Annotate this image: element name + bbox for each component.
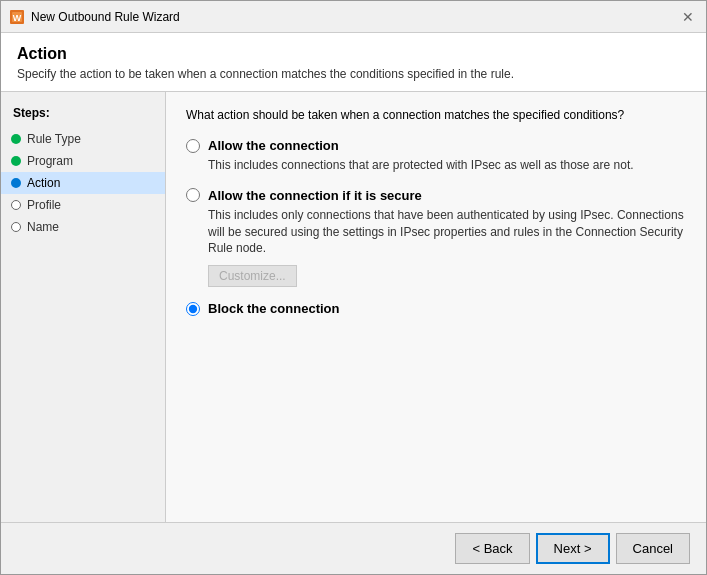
- cancel-button[interactable]: Cancel: [616, 533, 690, 564]
- option-allow-desc: This includes connections that are prote…: [208, 157, 686, 174]
- window: W New Outbound Rule Wizard ✕ Action Spec…: [0, 0, 707, 575]
- page-header: Action Specify the action to be taken wh…: [1, 33, 706, 92]
- sidebar-label-program: Program: [27, 154, 73, 168]
- content-area: Steps: Rule Type Program Action Profile …: [1, 92, 706, 522]
- status-dot-rule-type: [11, 134, 21, 144]
- radio-allow[interactable]: [186, 139, 200, 153]
- page-description: Specify the action to be taken when a co…: [17, 67, 690, 81]
- option-allow-secure-label[interactable]: Allow the connection if it is secure: [186, 188, 686, 203]
- option-allow-text: Allow the connection: [208, 138, 339, 153]
- sidebar-item-profile[interactable]: Profile: [1, 194, 165, 216]
- sidebar-label-action: Action: [27, 176, 60, 190]
- main-content: What action should be taken when a conne…: [166, 92, 706, 522]
- sidebar: Steps: Rule Type Program Action Profile …: [1, 92, 166, 522]
- back-button[interactable]: < Back: [455, 533, 529, 564]
- sidebar-label-name: Name: [27, 220, 59, 234]
- sidebar-title: Steps:: [1, 102, 165, 128]
- customize-button[interactable]: Customize...: [208, 265, 297, 287]
- option-allow: Allow the connection This includes conne…: [186, 138, 686, 174]
- next-button[interactable]: Next >: [536, 533, 610, 564]
- sidebar-item-name[interactable]: Name: [1, 216, 165, 238]
- sidebar-item-program[interactable]: Program: [1, 150, 165, 172]
- sidebar-item-rule-type[interactable]: Rule Type: [1, 128, 165, 150]
- option-allow-label[interactable]: Allow the connection: [186, 138, 686, 153]
- status-dot-name: [11, 222, 21, 232]
- option-block-label[interactable]: Block the connection: [186, 301, 686, 316]
- page-title: Action: [17, 45, 690, 63]
- sidebar-label-profile: Profile: [27, 198, 61, 212]
- svg-text:W: W: [13, 13, 22, 23]
- option-allow-secure-desc: This includes only connections that have…: [208, 207, 686, 257]
- status-dot-action: [11, 178, 21, 188]
- option-allow-secure-text: Allow the connection if it is secure: [208, 188, 422, 203]
- sidebar-item-action[interactable]: Action: [1, 172, 165, 194]
- footer: < Back Next > Cancel: [1, 522, 706, 574]
- option-block-text: Block the connection: [208, 301, 339, 316]
- option-block: Block the connection: [186, 301, 686, 316]
- window-title: New Outbound Rule Wizard: [31, 10, 678, 24]
- status-dot-profile: [11, 200, 21, 210]
- question-text: What action should be taken when a conne…: [186, 108, 686, 122]
- radio-allow-secure[interactable]: [186, 188, 200, 202]
- sidebar-label-rule-type: Rule Type: [27, 132, 81, 146]
- close-button[interactable]: ✕: [678, 7, 698, 27]
- radio-block[interactable]: [186, 302, 200, 316]
- status-dot-program: [11, 156, 21, 166]
- title-bar: W New Outbound Rule Wizard ✕: [1, 1, 706, 33]
- option-allow-secure: Allow the connection if it is secure Thi…: [186, 188, 686, 287]
- window-icon: W: [9, 9, 25, 25]
